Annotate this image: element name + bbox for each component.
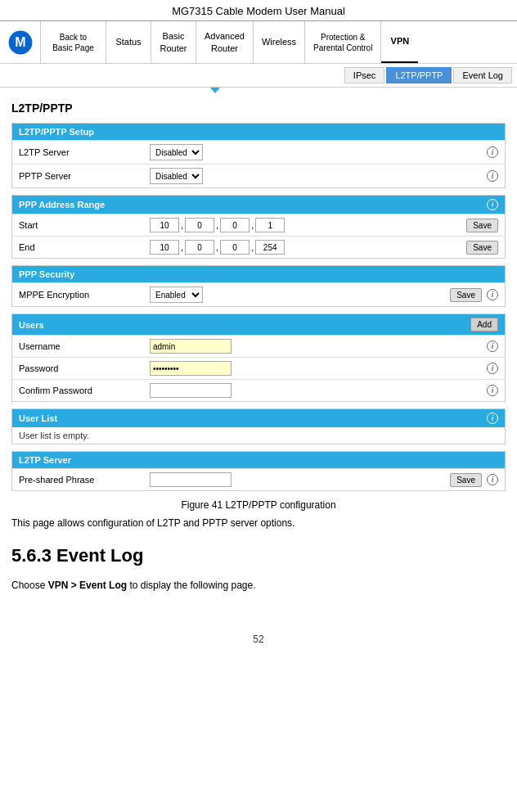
sub-nav-ipsec[interactable]: IPsec [344,67,385,83]
section-heading-event-log: 5.6.3 Event Log [11,545,506,568]
sub-nav-l2tp-pptp[interactable]: L2TP/PPTP [386,67,452,83]
section-l2tp-server: L2TP Server Pre-shared Phrase Save i [11,451,506,491]
value-pre-shared-phrase [150,472,450,487]
value-start: , , , [150,218,466,232]
nav-basic-router[interactable]: Basic Router [151,21,196,63]
save-end-button[interactable]: Save [466,241,498,255]
info-icon-mppe[interactable]: i [487,289,498,300]
info-icon-user-list[interactable]: i [487,413,498,424]
sub-nav: IPsec L2TP/PPTP Event Log [0,64,517,88]
actions-end: Save [466,241,498,255]
ip-start-octet4[interactable] [255,218,285,232]
ip-end-octet3[interactable] [220,240,250,255]
actions-pre-shared-phrase: Save i [450,473,498,487]
choose-text: Choose VPN > Event Log to display the fo… [11,578,506,593]
nav-wireless[interactable]: Wireless [254,21,305,63]
label-end: End [19,242,150,252]
section-ppp-security: PPP Security MPPE Encryption Enabled Dis… [11,265,506,307]
page-number: 52 [0,634,517,645]
section-user-list: User List i User list is empty. [11,408,506,444]
info-icon-l2tp-server[interactable]: i [487,147,498,158]
input-password[interactable] [150,361,232,376]
svg-text:M: M [15,34,25,48]
label-mppe-encryption: MPPE Encryption [19,290,150,300]
actions-password: i [487,363,498,374]
actions-mppe-encryption: Save i [450,288,498,302]
value-username [150,339,487,354]
input-confirm-password[interactable] [150,383,232,398]
section-ppp-address-range: PPP Address Range i Start , , , Save [11,195,506,259]
actions-l2tp-server: i [487,147,498,158]
ip-start-octet3[interactable] [220,218,250,232]
info-icon-pptp-server[interactable]: i [487,170,498,182]
row-pre-shared-phrase: Pre-shared Phrase Save i [12,468,505,490]
input-pre-shared-phrase[interactable] [150,472,232,487]
page-title: MG7315 Cable Modem User Manual [0,0,517,21]
dot3: , [251,220,254,230]
description-text: This page allows configuration of L2TP a… [11,516,506,530]
value-password [150,361,487,376]
add-user-button[interactable]: Add [470,318,498,332]
info-icon-ppp-address-range[interactable]: i [487,199,498,210]
ip-end-octet4[interactable] [255,240,285,255]
save-start-button[interactable]: Save [466,219,498,232]
row-l2tp-server: L2TP Server Disabled Enabled i [12,140,505,164]
label-pre-shared-phrase: Pre-shared Phrase [19,475,150,485]
actions-username: i [487,341,498,352]
value-pptp-server: Disabled Enabled [150,168,487,184]
label-pptp-server: PPTP Server [19,171,150,181]
save-mppe-button[interactable]: Save [450,288,482,302]
row-mppe-encryption: MPPE Encryption Enabled Disabled Save i [12,282,505,306]
ip-end-octet2[interactable] [185,240,214,255]
section-header-l2tp-pptp-setup: L2TP/PPTP Setup [12,124,505,140]
row-end: End , , , Save [12,236,505,258]
value-l2tp-server: Disabled Enabled [150,144,487,160]
label-start: Start [19,220,150,230]
info-icon-username[interactable]: i [487,341,498,352]
select-l2tp-server[interactable]: Disabled Enabled [150,144,203,160]
label-confirm-password: Confirm Password [19,386,150,395]
logo[interactable]: M [0,21,41,63]
info-icon-password[interactable]: i [487,363,498,374]
select-pptp-server[interactable]: Disabled Enabled [150,168,203,184]
nav-back-basic[interactable]: Back to Basic Page [41,21,106,63]
sub-nav-event-log[interactable]: Event Log [453,67,512,83]
section-header-user-list: User List i [12,409,505,427]
figure-caption: Figure 41 L2TP/PPTP configuration [11,499,506,511]
row-pptp-server: PPTP Server Disabled Enabled i [12,164,505,187]
select-mppe-encryption[interactable]: Enabled Disabled [150,286,203,303]
label-password: Password [19,363,150,373]
l2tp-pptp-heading: L2TP/PPTP [11,102,506,115]
value-end: , , , [150,240,466,255]
input-username[interactable] [150,339,232,354]
ip-end-octet1[interactable] [150,240,179,255]
dot5: , [216,242,218,252]
row-username: Username i [12,335,505,357]
main-content: L2TP/PPTP L2TP/PPTP Setup L2TP Server Di… [0,93,517,609]
section-header-ppp-address-range: PPP Address Range i [12,196,505,214]
value-confirm-password [150,383,487,398]
section-header-users: Users Add [12,314,505,335]
actions-pptp-server: i [487,170,498,182]
dot6: , [251,242,254,252]
section-header-ppp-security: PPP Security [12,266,505,282]
section-l2tp-pptp-setup: L2TP/PPTP Setup L2TP Server Disabled Ena… [11,123,506,188]
ip-fields-start: , , , [150,218,285,232]
info-icon-confirm-password[interactable]: i [487,385,498,396]
ip-start-octet1[interactable] [150,218,179,232]
row-confirm-password: Confirm Password i [12,379,505,401]
save-pre-shared-button[interactable]: Save [450,473,482,487]
nav-protection[interactable]: Protection & Parental Control [305,21,381,63]
nav-advanced-router[interactable]: Advanced Router [196,21,254,63]
ip-start-octet2[interactable] [185,218,214,232]
info-icon-pre-shared-phrase[interactable]: i [487,474,498,485]
section-header-l2tp-server: L2TP Server [12,452,505,468]
choose-text-bold: VPN > Event Log [48,580,127,591]
label-username: Username [19,341,150,351]
actions-confirm-password: i [487,385,498,396]
ip-fields-end: , , , [150,240,285,255]
section-users: Users Add Username i Password i Confirm … [11,314,506,402]
nav-status[interactable]: Status [106,21,151,63]
nav-vpn[interactable]: VPN [381,21,418,63]
dot4: , [181,242,183,252]
